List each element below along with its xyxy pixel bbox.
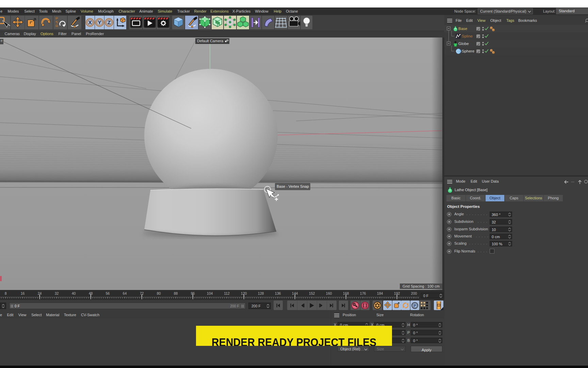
svg-text:160: 160 bbox=[326, 291, 332, 295]
svg-text:64: 64 bbox=[123, 291, 127, 295]
svg-text:112: 112 bbox=[224, 291, 230, 295]
svg-text:R: R bbox=[55, 24, 58, 28]
svg-text:176: 176 bbox=[360, 291, 366, 295]
svg-text:8: 8 bbox=[5, 291, 7, 295]
svg-text:152: 152 bbox=[309, 291, 315, 295]
svg-text:184: 184 bbox=[377, 291, 383, 295]
svg-text:16: 16 bbox=[21, 291, 25, 295]
svg-text:128: 128 bbox=[258, 291, 264, 295]
svg-text:Y: Y bbox=[98, 19, 101, 25]
svg-text:40: 40 bbox=[72, 291, 76, 295]
svg-text:32: 32 bbox=[55, 291, 59, 295]
svg-text:56: 56 bbox=[106, 291, 110, 295]
svg-text:P: P bbox=[413, 304, 416, 308]
svg-text:88: 88 bbox=[174, 291, 178, 295]
svg-text:80: 80 bbox=[157, 291, 161, 295]
svg-text:Z: Z bbox=[108, 19, 111, 25]
svg-text:136: 136 bbox=[275, 291, 281, 295]
svg-text:X: X bbox=[88, 19, 92, 25]
svg-text:104: 104 bbox=[207, 291, 213, 295]
svg-text:200: 200 bbox=[411, 291, 417, 295]
